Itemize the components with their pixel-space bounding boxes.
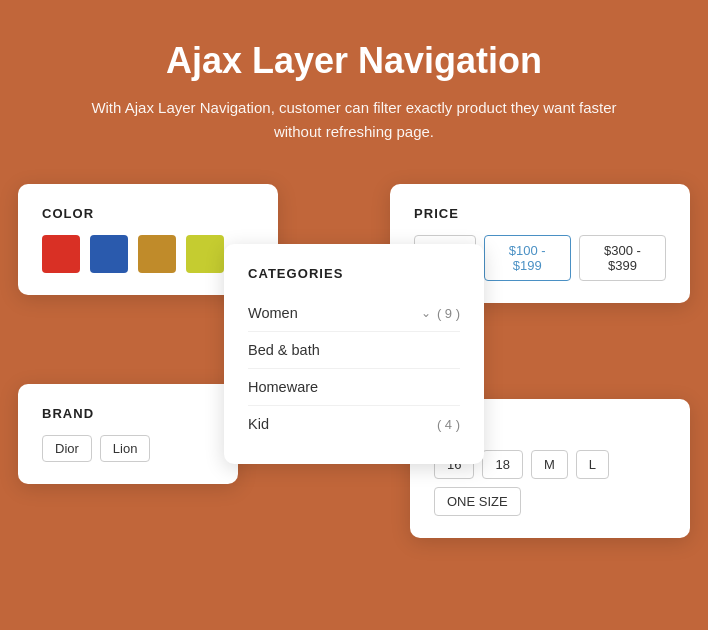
brand-tags: Dior Lion (42, 435, 214, 462)
category-item-women[interactable]: Women ⌄ ( 9 ) (248, 295, 460, 332)
price-card-label: PRICE (414, 206, 666, 221)
category-count-kid: ( 4 ) (437, 417, 460, 432)
swatch-red[interactable] (42, 235, 80, 273)
categories-card-label: CATEGORIES (248, 266, 460, 281)
page-title: Ajax Layer Navigation (80, 40, 628, 82)
swatch-golden[interactable] (138, 235, 176, 273)
cards-area: COLOR PRICE 0 - $99 $100 - $199 $300 - $… (0, 184, 708, 584)
brand-tag-lion[interactable]: Lion (100, 435, 151, 462)
brand-card: BRAND Dior Lion (18, 384, 238, 484)
brand-card-label: BRAND (42, 406, 214, 421)
category-count-women: ( 9 ) (437, 306, 460, 321)
size-btn-m[interactable]: M (531, 450, 568, 479)
categories-card: CATEGORIES Women ⌄ ( 9 ) Bed & bath Home… (224, 244, 484, 464)
size-btn-one-size[interactable]: ONE SIZE (434, 487, 521, 516)
color-swatches (42, 235, 254, 273)
header-section: Ajax Layer Navigation With Ajax Layer Na… (0, 0, 708, 174)
category-name-homeware: Homeware (248, 379, 318, 395)
price-btn-100-199[interactable]: $100 - $199 (484, 235, 571, 281)
category-item-kid[interactable]: Kid ( 4 ) (248, 406, 460, 442)
swatch-blue[interactable] (90, 235, 128, 273)
category-item-homeware[interactable]: Homeware (248, 369, 460, 406)
category-right-kid: ( 4 ) (437, 417, 460, 432)
category-name-kid: Kid (248, 416, 269, 432)
category-name-women: Women (248, 305, 298, 321)
color-card-label: COLOR (42, 206, 254, 221)
chevron-icon-women: ⌄ (421, 306, 431, 320)
swatch-yellow-green[interactable] (186, 235, 224, 273)
price-btn-300-399[interactable]: $300 - $399 (579, 235, 666, 281)
category-right-women: ⌄ ( 9 ) (421, 306, 460, 321)
size-btn-18[interactable]: 18 (482, 450, 522, 479)
size-btn-l[interactable]: L (576, 450, 609, 479)
category-name-bed-bath: Bed & bath (248, 342, 320, 358)
brand-tag-dior[interactable]: Dior (42, 435, 92, 462)
page-description: With Ajax Layer Navigation, customer can… (80, 96, 628, 144)
category-item-bed-bath[interactable]: Bed & bath (248, 332, 460, 369)
